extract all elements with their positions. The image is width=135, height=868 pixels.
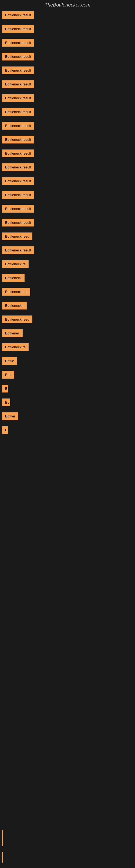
bottleneck-result-label: Bottleneck result — [2, 94, 34, 102]
list-item: Bottleneck result — [0, 135, 135, 147]
list-item: Bottleneck result — [0, 163, 135, 175]
bottleneck-result-label: Bo — [2, 399, 10, 406]
list-item: Bott — [0, 371, 135, 382]
list-item: Bottleneck result — [0, 53, 135, 64]
bottleneck-result-label: Bottleneck result — [2, 80, 34, 88]
list-item: Bottleneck res — [0, 288, 135, 299]
bottleneck-result-label: B — [2, 384, 8, 393]
bottom-bar-1 — [2, 830, 3, 846]
list-item: Bottleneck result — [0, 39, 135, 50]
bottleneck-result-label: Bottleneck result — [2, 135, 34, 144]
bottleneck-result-label: Bottleneck resu — [2, 232, 32, 240]
list-item: Bottleneck resu — [0, 232, 135, 244]
list-item: B — [0, 426, 135, 437]
bottleneck-result-label: Bottleneck r — [2, 302, 27, 310]
list-item: Bottleneck result — [0, 80, 135, 91]
bottleneck-result-label: Bottleneck result — [2, 246, 34, 254]
bottleneck-result-label: Bottleneck result — [2, 39, 34, 46]
list-item: Bottleneck result — [0, 94, 135, 105]
list-item: Bottleneck result — [0, 177, 135, 188]
bottleneck-result-label: Bottleneck result — [2, 191, 34, 199]
bottleneck-result-label: Bottleneck result — [2, 150, 34, 157]
bottleneck-result-label: Bottlenec — [2, 329, 23, 337]
bottleneck-result-label: Bottleneck result — [2, 25, 34, 33]
list-item: Bottleneck result — [0, 246, 135, 257]
list-item: Bottleneck result — [0, 122, 135, 133]
bottleneck-result-label: Bottleneck res — [2, 288, 30, 296]
list-item: Bottleneck result — [0, 108, 135, 119]
list-item: Bo — [0, 399, 135, 410]
bottleneck-result-label: Bottleneck — [2, 274, 25, 282]
list-item: Bottleneck result — [0, 205, 135, 216]
bottleneck-result-label: Bottleneck result — [2, 219, 34, 226]
bottleneck-result-label: Bott — [2, 371, 14, 379]
items-container: Bottleneck resultBottleneck resultBottle… — [0, 10, 135, 441]
bottleneck-result-label: Bottleneck result — [2, 66, 34, 74]
bottleneck-result-label: Bottleneck result — [2, 122, 34, 130]
bottleneck-result-label: Bottleneck re — [2, 260, 29, 268]
list-item: Bottleneck r — [0, 302, 135, 313]
bottom-bar-2 — [2, 852, 3, 863]
list-item: Bottleneck result — [0, 66, 135, 78]
list-item: Bottleneck re — [0, 343, 135, 354]
bottleneck-result-label: B — [2, 426, 8, 434]
list-item: Bottleneck result — [0, 150, 135, 161]
list-item: Bottleneck — [0, 274, 135, 285]
bottleneck-result-label: Bottleneck result — [2, 163, 34, 171]
bottleneck-result-label: Bottleneck result — [2, 177, 34, 185]
list-item: Bottleneck resu — [0, 315, 135, 327]
bottleneck-result-label: Bottleneck resu — [2, 315, 32, 323]
list-item: B — [0, 384, 135, 396]
bottleneck-result-label: Bottleneck result — [2, 11, 34, 19]
bottleneck-result-label: Bottleneck result — [2, 108, 34, 116]
bottleneck-result-label: Bottleneck re — [2, 343, 29, 351]
list-item: Bottlenec — [0, 329, 135, 340]
list-item: Bottleneck result — [0, 219, 135, 230]
list-item: Bottleneck result — [0, 25, 135, 36]
bottleneck-result-label: Bottler — [2, 412, 18, 420]
bottleneck-result-label: Bottle — [2, 357, 17, 365]
list-item: Bottler — [0, 412, 135, 424]
list-item: Bottleneck result — [0, 191, 135, 202]
list-item: Bottle — [0, 357, 135, 368]
bottleneck-result-label: Bottleneck result — [2, 205, 34, 213]
list-item: Bottleneck result — [0, 11, 135, 22]
list-item: Bottleneck re — [0, 260, 135, 271]
site-title: TheBottlenecker.com — [0, 0, 135, 10]
bottleneck-result-label: Bottleneck result — [2, 53, 34, 61]
